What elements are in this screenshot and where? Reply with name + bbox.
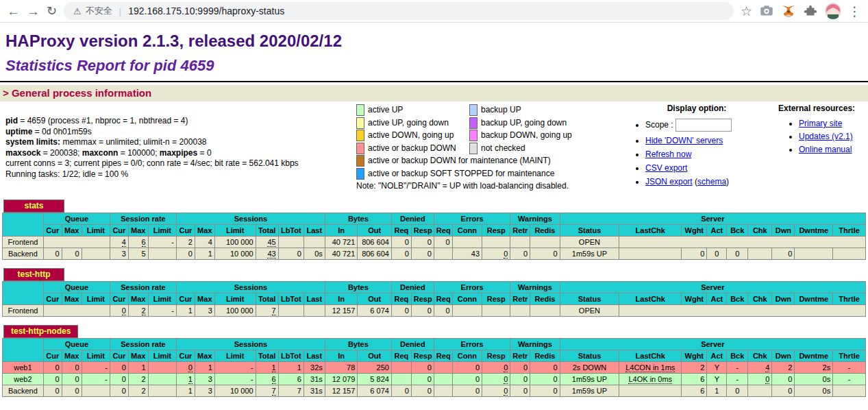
column-header: Cur xyxy=(43,225,62,237)
column-header: Out xyxy=(358,225,392,237)
legend-swatch xyxy=(469,143,478,154)
primary-site-link[interactable]: Primary site xyxy=(799,119,842,128)
cell: - xyxy=(148,305,176,317)
hide-down-servers-link[interactable]: Hide 'DOWN' servers xyxy=(645,136,723,145)
info-text: = 0d 0h01m59s xyxy=(32,127,91,136)
cell: 1 xyxy=(278,362,303,374)
column-header: Act xyxy=(707,225,727,237)
column-header: Last xyxy=(303,225,325,237)
tooltip-value: 45 xyxy=(267,238,275,247)
cell: 0 xyxy=(110,305,128,317)
column-header: Cur xyxy=(177,350,195,362)
column-header: Resp xyxy=(411,293,434,305)
row-header: web1 xyxy=(3,362,44,374)
column-header: Status xyxy=(560,293,619,305)
column-header: Retr xyxy=(510,293,530,305)
cell: 32s xyxy=(303,362,325,374)
security-warning-icon[interactable]: ⚠ xyxy=(73,6,82,16)
process-info-line: maxsock = 200038; maxconn = 100000; maxp… xyxy=(5,148,356,159)
column-header: Redis xyxy=(530,293,560,305)
cell: 7 xyxy=(256,385,278,397)
legend-swatch xyxy=(356,143,364,154)
column-header: Conn xyxy=(452,350,482,362)
profile-avatar[interactable] xyxy=(825,3,841,19)
cell: 0 xyxy=(43,385,62,397)
row-header: Backend xyxy=(3,248,44,260)
cell: 0 xyxy=(727,385,748,397)
cell xyxy=(619,248,682,260)
page-title: HAProxy version 2.1.3, released 2020/02/… xyxy=(5,32,863,51)
cell: - xyxy=(148,237,176,248)
cell: 0 xyxy=(391,385,411,397)
reload-icon[interactable]: ↻ xyxy=(47,5,57,17)
cell: 1 xyxy=(195,362,214,374)
cell: - xyxy=(833,362,866,374)
updates-link[interactable]: Updates (v2.1) xyxy=(799,132,853,141)
column-header: LastChk xyxy=(619,350,682,362)
bookmark-star-icon[interactable]: ☆ xyxy=(741,5,752,18)
legend-swatch xyxy=(356,168,364,180)
cell: 1m59s UP xyxy=(560,248,619,260)
column-header: LbTot xyxy=(278,225,303,237)
display-option-item: Refresh now xyxy=(645,149,771,159)
csv-export-link[interactable]: CSV export xyxy=(645,163,687,173)
column-header: Redis xyxy=(530,225,560,237)
cell: 806 604 xyxy=(358,237,392,248)
column-header: Cur xyxy=(177,225,195,237)
cell: 1 xyxy=(195,248,214,260)
url-separator: | xyxy=(116,6,124,16)
column-header: Limit xyxy=(82,225,110,237)
legend-label: active UP, going down xyxy=(365,117,469,130)
cell: 6 074 xyxy=(358,385,392,397)
address-bar[interactable]: ⚠ 不安全 | 192.168.175.10:9999/haproxy-stat… xyxy=(64,2,734,20)
schema-link[interactable]: schema xyxy=(697,177,726,186)
column-header: Limit xyxy=(148,293,176,305)
cell: 0 xyxy=(530,362,560,374)
column-header: Act xyxy=(707,293,727,305)
proxy-title-test-http-nodes[interactable]: test-http-nodes xyxy=(3,325,78,338)
cell: Y xyxy=(707,362,727,374)
display-option-item: CSV export xyxy=(645,163,771,173)
extensions-puzzle-icon[interactable] xyxy=(803,3,818,19)
metamask-extension-icon[interactable] xyxy=(781,3,796,19)
cell: 4 xyxy=(195,237,214,248)
cell: 2s xyxy=(795,362,833,374)
back-icon[interactable]: ← xyxy=(7,5,20,18)
online-manual-link[interactable]: Online manual xyxy=(799,145,852,154)
cell: 0 xyxy=(682,248,707,260)
camera-extension-icon[interactable] xyxy=(759,3,774,19)
cell: 0 xyxy=(530,374,560,385)
proxy-title-stats[interactable]: stats xyxy=(3,200,64,213)
cell: OPEN xyxy=(560,237,619,248)
proxy-section-test-http: test-httpQueueSession rateSessionsBytesD… xyxy=(0,268,868,317)
cell: 31s xyxy=(303,385,325,397)
column-header: Cur xyxy=(43,350,62,362)
forward-icon[interactable]: → xyxy=(27,5,40,18)
haproxy-version-link[interactable]: HAProxy version 2.1.3, released 2020/02/… xyxy=(5,32,342,50)
column-header: Req xyxy=(434,350,452,362)
refresh-now-link[interactable]: Refresh now xyxy=(645,149,691,159)
column-header: Cur xyxy=(177,293,195,305)
column-group: Server xyxy=(560,339,865,350)
info-text: = 0 xyxy=(197,148,211,158)
cell: 3 xyxy=(195,305,214,317)
column-group: Queue xyxy=(43,339,110,350)
cell xyxy=(278,305,303,317)
cell: 4 xyxy=(110,237,128,248)
column-group: Queue xyxy=(43,213,110,225)
column-header: Redis xyxy=(530,350,560,362)
cell: 0 xyxy=(772,374,795,385)
cell: 31s xyxy=(303,374,325,385)
column-group: Errors xyxy=(434,213,510,225)
tooltip-value: 0 xyxy=(504,375,508,384)
browser-menu-icon[interactable]: ⋮ xyxy=(848,5,861,18)
column-header: Max xyxy=(128,293,148,305)
cell: 0 xyxy=(177,362,195,374)
cell: 0 xyxy=(62,385,82,397)
json-export-link[interactable]: JSON export xyxy=(645,177,693,186)
column-group: Server xyxy=(560,213,865,225)
proxy-title-test-http[interactable]: test-http xyxy=(3,268,64,281)
browser-toolbar: ← → ↻ ⚠ 不安全 | 192.168.175.10:9999/haprox… xyxy=(0,0,868,23)
cell: 0 xyxy=(62,362,82,374)
scope-input[interactable] xyxy=(675,119,732,132)
